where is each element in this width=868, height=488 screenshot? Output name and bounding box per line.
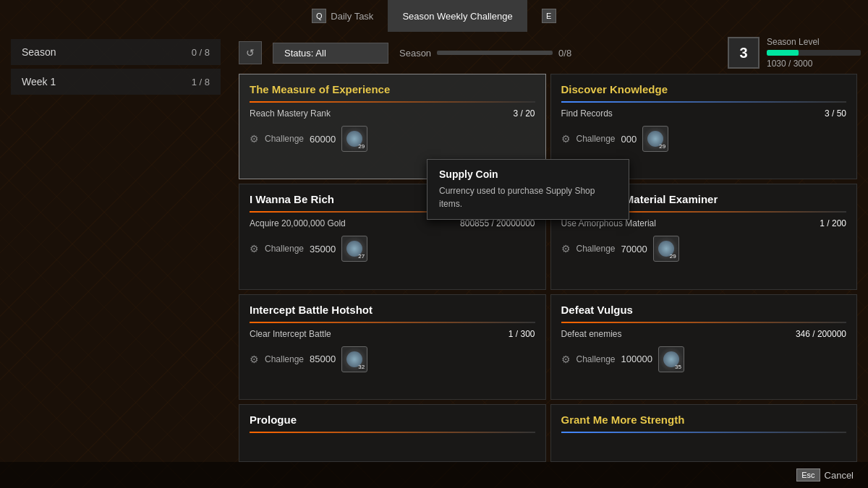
reward-row-discover: ⚙ Challenge 000 29 [561,126,847,152]
challenge-title-vulgus: Defeat Vulgus [561,304,847,316]
challenge-task-measure: Reach Mastery Rank 3 / 20 [250,108,535,119]
tab-e-key[interactable]: E [527,0,571,32]
esc-key: Esc [796,468,820,481]
challenge-card-strength[interactable]: Grant Me More Strength [550,404,858,462]
cancel-button[interactable]: Esc Cancel [796,468,854,481]
gear-icon-measure: ⚙ [250,133,259,145]
refresh-icon: ↺ [246,47,255,59]
main-panel: ↺ Status: All Season 0/8 3 [231,32,868,462]
challenge-title-discover: Discover Knowledge [561,83,847,95]
reward-row-vulgus: ⚙ Challenge 100000 35 [561,346,847,372]
q-key: Q [312,9,326,23]
sidebar-week1[interactable]: Week 1 1 / 8 [11,69,221,95]
challenge-task-vulgus: Defeat enemies 346 / 200000 [561,329,847,339]
reward-row-amorphous: ⚙ Challenge 70000 29 [561,236,847,262]
divider-strength [561,432,847,433]
reward-row-measure: ⚙ Challenge 60000 29 [250,126,535,152]
challenge-card-vulgus[interactable]: Defeat Vulgus Defeat enemies 346 / 20000… [550,294,858,400]
gear-icon-rich: ⚙ [250,243,259,254]
xp-bar [767,50,861,56]
gear-icon-intercept: ⚙ [250,354,259,365]
gear-icon-amorphous: ⚙ [561,243,571,254]
top-navigation: Q Daily Task Season Weekly Challenge E [0,0,868,32]
level-info: Season Level 1030 / 3000 [767,37,861,69]
challenge-task-discover: Find Records 3 / 50 [561,108,847,119]
season-level-box: 3 Season Level 1030 / 3000 [728,37,861,69]
gear-icon-vulgus: ⚙ [561,354,571,365]
reward-coin-discover: 29 [642,126,668,152]
challenge-card-prologue[interactable]: Prologue [239,404,546,462]
challenge-task-amorphous: Use Amorphous Material 1 / 200 [561,218,847,228]
reward-coin-rich: 27 [341,236,367,262]
level-badge: 3 [728,37,760,69]
reward-coin-measure: 29 [341,126,367,152]
divider-prologue [250,432,535,433]
tab-season-weekly[interactable]: Season Weekly Challenge [388,0,527,32]
challenge-grid: The Measure of Experience Reach Mastery … [239,74,861,462]
bottom-bar: Esc Cancel [0,462,868,488]
challenge-title-strength: Grant Me More Strength [561,414,847,426]
e-key: E [542,9,556,23]
filter-bar: ↺ Status: All Season 0/8 3 [239,39,861,67]
reward-row-intercept: ⚙ Challenge 85000 32 [250,346,535,372]
sidebar-season[interactable]: Season 0 / 8 [11,39,221,65]
xp-fill [767,50,799,56]
refresh-button[interactable]: ↺ [239,41,262,64]
supply-coin-tooltip: Supply Coin Currency used to purchase Su… [427,159,629,220]
season-progress-bar [437,51,553,55]
challenge-title-measure: The Measure of Experience [250,83,535,95]
divider-measure [250,101,535,103]
gear-icon-discover: ⚙ [561,133,571,145]
challenge-card-intercept[interactable]: Intercept Battle Hotshot Clear Intercept… [239,294,546,400]
challenge-task-intercept: Clear Intercept Battle 1 / 300 [250,329,535,339]
challenge-title-prologue: Prologue [250,414,535,426]
divider-discover [561,101,847,103]
divider-vulgus [561,322,847,323]
tooltip-title: Supply Coin [439,168,617,180]
sidebar: Season 0 / 8 Week 1 1 / 8 [0,32,231,462]
status-dropdown[interactable]: Status: All [273,43,388,64]
reward-coin-vulgus: 35 [658,346,684,372]
reward-coin-intercept: 32 [341,346,367,372]
season-progress: Season 0/8 [399,48,571,59]
content-area: Season 0 / 8 Week 1 1 / 8 ↺ Status: All … [0,32,868,462]
tooltip-description: Currency used to purchase Supply Shop it… [439,184,617,210]
divider-intercept [250,322,535,323]
reward-row-rich: ⚙ Challenge 35000 27 [250,236,535,262]
challenge-title-intercept: Intercept Battle Hotshot [250,304,535,316]
challenge-task-rich: Acquire 20,000,000 Gold 800855 / 2000000… [250,218,535,228]
tab-daily-task[interactable]: Q Daily Task [297,0,388,32]
reward-coin-amorphous: 29 [653,236,679,262]
